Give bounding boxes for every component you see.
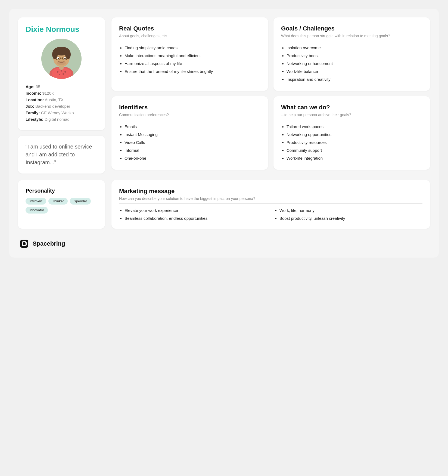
- list-item: Elevate your work experience: [125, 208, 267, 213]
- what-can-we-do-list: Tailored workspaces Networking opportuni…: [281, 124, 422, 161]
- list-item: Boost productivity, unleash creativity: [279, 215, 422, 221]
- spacebring-logo-icon: [19, 239, 29, 249]
- identifiers-subtitle: Communication preferences?: [119, 113, 260, 117]
- footer-brand-text: Spacebring: [33, 240, 65, 247]
- location-label: Location:: [26, 97, 44, 102]
- list-item: Ensure that the frontend of my life shin…: [125, 69, 260, 74]
- list-item: Instant Messaging: [125, 132, 260, 137]
- svg-point-11: [52, 50, 58, 59]
- list-item: Work, life, harmony: [279, 208, 422, 213]
- left-column: Dixie Normous: [18, 17, 105, 174]
- svg-rect-23: [23, 242, 26, 245]
- real-quotes-card: Real Quotes About goals, challenges, etc…: [111, 17, 268, 91]
- top-row: Real Quotes About goals, challenges, etc…: [111, 17, 430, 91]
- list-item: Harmonize all aspects of my life: [125, 61, 260, 66]
- goals-divider: [281, 41, 422, 41]
- tag-innovator: Innovator: [26, 207, 48, 214]
- real-quotes-subtitle: About goals, challenges, etc.: [119, 34, 260, 38]
- list-item: Isolation overcome: [287, 45, 422, 51]
- profile-card: Dixie Normous: [18, 17, 105, 130]
- svg-point-3: [57, 71, 58, 73]
- list-item: Inspiration and creativity: [287, 76, 422, 82]
- job-label: Job:: [26, 104, 34, 109]
- real-quotes-list: Finding simplicity amid chaos Make inter…: [119, 45, 260, 74]
- footer: Spacebring: [18, 239, 430, 249]
- tag-introvert: Introvert: [26, 198, 46, 205]
- personality-card: Personality Introvert Thinker Spender In…: [18, 180, 105, 229]
- profile-details: Age: 35 Income: $120K Location: Austin, …: [26, 84, 97, 122]
- bottom-row: Personality Introvert Thinker Spender In…: [18, 180, 430, 229]
- personality-title: Personality: [26, 188, 97, 194]
- svg-point-5: [64, 71, 66, 73]
- list-item: Make interactions meaningful and efficie…: [125, 53, 260, 58]
- job-row: Job: Backend developer: [26, 104, 97, 109]
- real-quotes-divider: [119, 41, 260, 41]
- marketing-columns: Elevate your work experience Seamless co…: [119, 208, 422, 221]
- what-can-we-do-subtitle: ...to help our persona archive their goa…: [281, 113, 422, 117]
- identifiers-divider: [119, 120, 260, 120]
- list-item: Productivity boost: [287, 53, 422, 58]
- real-quotes-title: Real Quotes: [119, 25, 260, 32]
- list-item: Work-life integration: [287, 155, 422, 161]
- what-can-we-do-card: What can we do? ...to help our persona a…: [273, 96, 430, 170]
- list-item: Productivity resources: [287, 140, 422, 145]
- list-item: Networking enhancement: [287, 61, 422, 66]
- list-item: Video Calls: [125, 140, 260, 145]
- identifiers-list: Emails Instant Messaging Video Calls Inf…: [119, 124, 260, 161]
- list-item: Work-life balance: [287, 69, 422, 74]
- list-item: Seamless collaboration, endless opportun…: [125, 215, 267, 221]
- income-label: Income:: [26, 91, 41, 95]
- family-value: GF Wendy Wacko: [41, 110, 74, 115]
- what-can-we-do-title: What can we do?: [281, 104, 422, 111]
- avatar-wrap: [26, 39, 97, 79]
- list-item: Finding simplicity amid chaos: [125, 45, 260, 51]
- svg-point-15: [58, 58, 59, 59]
- what-can-we-do-divider: [281, 120, 422, 120]
- svg-point-16: [64, 58, 66, 59]
- marketing-col1: Elevate your work experience Seamless co…: [119, 208, 267, 221]
- list-item: One-on-one: [125, 155, 260, 161]
- income-row: Income: $120K: [26, 91, 97, 95]
- avatar: [41, 39, 82, 79]
- goals-title: Goals / Challenges: [281, 25, 422, 32]
- family-label: Family:: [26, 110, 40, 115]
- marketing-col2: Work, life, harmony Boost productivity, …: [274, 208, 422, 221]
- quote-text: “I am used to online service and I am ad…: [26, 143, 97, 166]
- svg-point-20: [57, 61, 66, 65]
- list-item: Community support: [287, 147, 422, 153]
- avatar-svg: [41, 39, 82, 79]
- marketing-subtitle: How can you describe your solution to ha…: [119, 196, 422, 201]
- svg-point-6: [59, 74, 60, 75]
- main-grid: Dixie Normous: [18, 17, 430, 174]
- tags-wrap: Introvert Thinker Spender Innovator: [26, 198, 97, 214]
- family-row: Family: GF Wendy Wacko: [26, 110, 97, 115]
- identifiers-title: Identifiers: [119, 104, 260, 111]
- age-label: Age:: [26, 84, 35, 89]
- goals-subtitle: What does this person struggle with in r…: [281, 34, 422, 38]
- lifestyle-row: Lifestyle: Digital nomad: [26, 117, 97, 122]
- right-column: Real Quotes About goals, challenges, etc…: [111, 17, 430, 174]
- svg-point-7: [63, 73, 64, 75]
- age-row: Age: 35: [26, 84, 97, 89]
- income-value: $120K: [42, 91, 54, 95]
- list-item: Tailored workspaces: [287, 124, 422, 129]
- lifestyle-label: Lifestyle:: [26, 117, 43, 122]
- list-item: Informal: [125, 147, 260, 153]
- identifiers-card: Identifiers Communication preferences? E…: [111, 96, 268, 170]
- lifestyle-value: Digital nomad: [45, 117, 70, 122]
- location-row: Location: Austin, TX: [26, 97, 97, 102]
- marketing-title: Marketing message: [119, 188, 422, 195]
- marketing-card: Marketing message How can you describe y…: [111, 180, 430, 229]
- job-value: Backend developer: [35, 104, 70, 109]
- list-item: Networking opportunities: [287, 132, 422, 137]
- tag-thinker: Thinker: [48, 198, 68, 205]
- page-container: Dixie Normous: [9, 9, 439, 258]
- goals-card: Goals / Challenges What does this person…: [273, 17, 430, 91]
- svg-point-4: [61, 70, 62, 72]
- mid-row: Identifiers Communication preferences? E…: [111, 96, 430, 170]
- marketing-divider: [119, 203, 422, 204]
- svg-point-12: [65, 50, 71, 59]
- age-value: 35: [36, 84, 41, 89]
- location-value: Austin, TX: [45, 97, 64, 102]
- goals-list: Isolation overcome Productivity boost Ne…: [281, 45, 422, 82]
